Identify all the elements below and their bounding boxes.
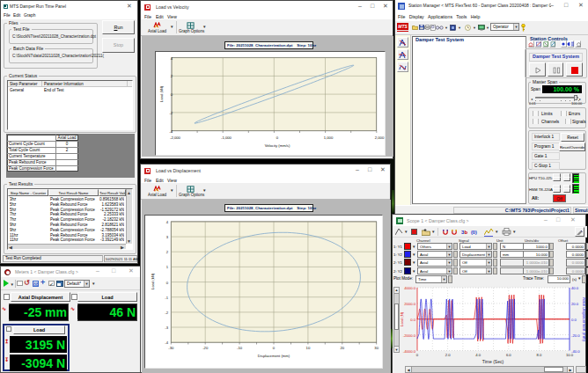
svg-text:-4: -4	[165, 340, 168, 345]
svg-text:Load (kN): Load (kN)	[159, 85, 164, 102]
svg-text:-3: -3	[165, 325, 168, 330]
svg-text:4000.0: 4000.0	[404, 286, 415, 290]
svg-text:-1,000: -1,000	[221, 135, 232, 140]
svg-text:10: 10	[306, 346, 311, 350]
svg-text:4: 4	[166, 220, 169, 224]
svg-text:Time (Sec): Time (Sec)	[482, 359, 504, 364]
svg-text:30: 30	[374, 346, 379, 350]
svg-text:8.0: 8.0	[536, 353, 541, 357]
svg-text:-2000.0: -2000.0	[403, 333, 416, 338]
svg-text:20: 20	[340, 346, 344, 350]
svg-text:-4000.0: -4000.0	[403, 349, 416, 354]
svg-text:0: 0	[166, 281, 169, 285]
svg-text:Velocity (mm/s): Velocity (mm/s)	[265, 143, 290, 148]
svg-text:2: 2	[166, 250, 169, 254]
svg-text:b: b	[465, 230, 468, 235]
svg-text:2.0: 2.0	[445, 353, 451, 357]
svg-text:20.0: 20.0	[571, 302, 579, 306]
svg-text:-20: -20	[202, 346, 209, 350]
svg-text:4.0: 4.0	[475, 353, 481, 357]
svg-text:-20.0: -20.0	[571, 333, 580, 338]
svg-text:0: 0	[416, 353, 419, 357]
svg-text:1: 1	[166, 265, 169, 269]
svg-text:Load (kN): Load (kN)	[151, 273, 155, 289]
svg-text:-1: -1	[165, 296, 168, 300]
svg-text:40.0: 40.0	[571, 286, 579, 290]
svg-text:-30: -30	[168, 346, 174, 350]
svg-text:0: 0	[276, 135, 279, 140]
svg-text:0: 0	[273, 346, 276, 350]
svg-text:-2,000: -2,000	[170, 135, 181, 140]
svg-text:Displacement (mm): Displacement (mm)	[258, 354, 290, 358]
svg-text:-2: -2	[165, 311, 168, 315]
svg-text:2,000: 2,000	[375, 135, 385, 140]
svg-text:6.0: 6.0	[506, 353, 511, 357]
svg-text:10.0: 10.0	[566, 353, 574, 357]
svg-text:0.0: 0.0	[571, 318, 577, 322]
svg-text:Axial Displacement (mm): Axial Displacement (mm)	[582, 297, 586, 342]
svg-text:0.0: 0.0	[410, 318, 415, 322]
svg-text:3: 3	[166, 235, 169, 239]
svg-text:Load (N): Load (N)	[400, 311, 404, 326]
svg-text:2000.0: 2000.0	[404, 302, 415, 306]
svg-text:-10: -10	[237, 346, 243, 350]
svg-text:1,000: 1,000	[324, 135, 334, 140]
